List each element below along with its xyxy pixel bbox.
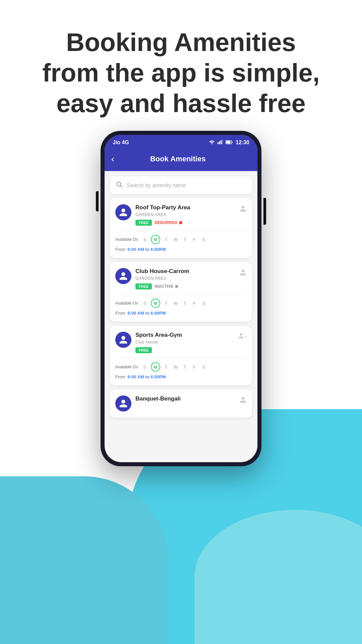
amenity-name-2: Club House-Carrom — [135, 268, 189, 275]
card-info-1: Roof Top-Party Area GARDEN AREA FREE DEB… — [135, 204, 190, 226]
signal-icon — [218, 140, 223, 146]
person-icon-4 — [239, 396, 247, 406]
availability-3: Available On S M T W T F S — [115, 358, 247, 372]
card-top-4: Banquet-Bengali — [115, 395, 247, 412]
day-m-3: M — [151, 362, 160, 372]
amenity-area-1: GARDEN AREA — [135, 212, 190, 217]
person-icon-1 — [239, 205, 247, 214]
day-s-2: S — [141, 301, 148, 306]
carrier-text: Jio 4G — [113, 140, 129, 146]
back-button[interactable]: ‹ — [111, 154, 114, 164]
dot-red-1 — [179, 221, 182, 224]
badges-3: FREE — [135, 347, 182, 353]
card-left-4: Banquet-Bengali — [115, 395, 181, 412]
day-s2-1: S — [200, 237, 207, 242]
from-label-3: From — [115, 374, 125, 379]
avatar-3 — [115, 332, 131, 348]
amenity-name-4: Banquet-Bengali — [135, 395, 181, 402]
svg-rect-1 — [219, 141, 220, 144]
status-bar: Jio 4G — [105, 135, 257, 149]
card-left-1: Roof Top-Party Area GARDEN AREA FREE DEB… — [115, 204, 190, 226]
battery-icon — [226, 140, 233, 146]
time-row-1: From 9:00 AM to 6:00PM — [115, 244, 247, 253]
card-top-1: Roof Top-Party Area GARDEN AREA FREE DEB… — [115, 204, 247, 226]
availability-1: Available On S M T W T F S — [115, 230, 247, 244]
day-f-2: F — [191, 301, 198, 306]
days-row-2: S M T W T F S — [141, 299, 207, 308]
day-t1-2: T — [163, 301, 170, 306]
days-row-1: S M T W T F S — [141, 235, 207, 244]
time-row-3: From 9:00 AM to 6:00PM — [115, 372, 247, 380]
amenity-name-3: Sports Area-Gym — [135, 332, 182, 338]
card-info-2: Club House-Carrom GARDEN AREA FREE INACT… — [135, 268, 189, 289]
amenity-area-3: Club House — [135, 340, 182, 344]
svg-rect-3 — [222, 140, 223, 144]
card-left-3: Sports Area-Gym Club House FREE — [115, 332, 182, 353]
amenities-list: Roof Top-Party Area GARDEN AREA FREE DEB… — [105, 198, 257, 462]
app-header: ‹ Book Amenities — [105, 149, 257, 171]
day-f-1: F — [191, 237, 198, 242]
card-top-2: Club House-Carrom GARDEN AREA FREE INACT… — [115, 268, 247, 289]
availability-2: Available On S M T W T F S — [115, 294, 247, 308]
badge-inactive-2: INACTIVE — [155, 284, 178, 289]
from-label-1: From — [115, 247, 125, 252]
from-label-2: From — [115, 311, 125, 316]
amenity-card-4-partial[interactable]: Banquet-Bengali — [110, 389, 252, 418]
avail-label-2: Available On — [115, 301, 138, 306]
day-s-1: S — [141, 237, 148, 242]
amenity-card-2[interactable]: Club House-Carrom GARDEN AREA FREE INACT… — [110, 262, 252, 322]
day-w-3: W — [172, 365, 179, 370]
wifi-icon — [209, 140, 215, 146]
search-placeholder: Search by amenity name — [127, 182, 246, 189]
person-group-icon-3 — [238, 332, 247, 341]
headline-text: Booking Amenities from the app is simple… — [27, 27, 335, 119]
person-icon-2 — [239, 269, 247, 278]
amenity-area-2: GARDEN AREA — [135, 276, 189, 281]
avail-label-1: Available On — [115, 237, 138, 242]
day-s-3: S — [141, 365, 148, 370]
svg-rect-5 — [226, 141, 231, 144]
day-f-3: F — [191, 365, 198, 370]
day-m-2: M — [151, 299, 160, 308]
day-t1-3: T — [163, 365, 170, 370]
time-row-2: From 9:00 AM to 6:00PM — [115, 308, 247, 316]
day-t2-3: T — [182, 365, 188, 370]
status-icons: 12:30 — [209, 140, 249, 146]
time-text: 12:30 — [236, 140, 249, 146]
badge-debarred-1: DEBARRED — [155, 220, 182, 225]
time-value-1: 9:00 AM to 6:00PM — [127, 247, 166, 252]
phone-frame: Jio 4G — [101, 131, 261, 466]
day-t2-1: T — [182, 237, 188, 242]
badges-2: FREE INACTIVE — [135, 283, 189, 289]
card-top-3: Sports Area-Gym Club House FREE — [115, 332, 247, 353]
day-t2-2: T — [182, 301, 188, 306]
day-w-2: W — [172, 301, 179, 306]
badge-free-2: FREE — [135, 283, 152, 289]
days-row-3: S M T W T F S — [141, 362, 207, 372]
time-value-2: 9:00 AM to 6:00PM — [127, 311, 166, 316]
dot-gray-2 — [175, 285, 178, 288]
phone-screen: Jio 4G — [105, 135, 257, 462]
svg-line-7 — [121, 186, 122, 187]
avatar-1 — [115, 204, 131, 220]
badge-free-1: FREE — [135, 220, 152, 226]
amenity-card-1[interactable]: Roof Top-Party Area GARDEN AREA FREE DEB… — [110, 198, 252, 258]
search-bar[interactable]: Search by amenity name — [110, 176, 252, 194]
amenity-card-3[interactable]: Sports Area-Gym Club House FREE — [110, 326, 252, 385]
badge-free-3: FREE — [135, 347, 152, 353]
avatar-2 — [115, 268, 131, 284]
phone-mockup: Jio 4G — [101, 131, 261, 466]
day-t1-1: T — [163, 237, 170, 242]
time-value-3: 9:00 AM to 6:00PM — [127, 374, 166, 379]
avail-label-3: Available On — [115, 365, 138, 369]
avatar-4 — [115, 395, 131, 412]
day-m-1: M — [151, 235, 160, 244]
day-s2-2: S — [200, 301, 207, 306]
header-title: Book Amenities — [120, 155, 236, 163]
day-w-1: W — [172, 237, 179, 242]
svg-rect-0 — [218, 142, 219, 144]
badges-1: FREE DEBARRED — [135, 220, 190, 226]
bg-decoration-2 — [0, 476, 168, 644]
card-left-2: Club House-Carrom GARDEN AREA FREE INACT… — [115, 268, 189, 289]
card-info-4: Banquet-Bengali — [135, 395, 181, 402]
